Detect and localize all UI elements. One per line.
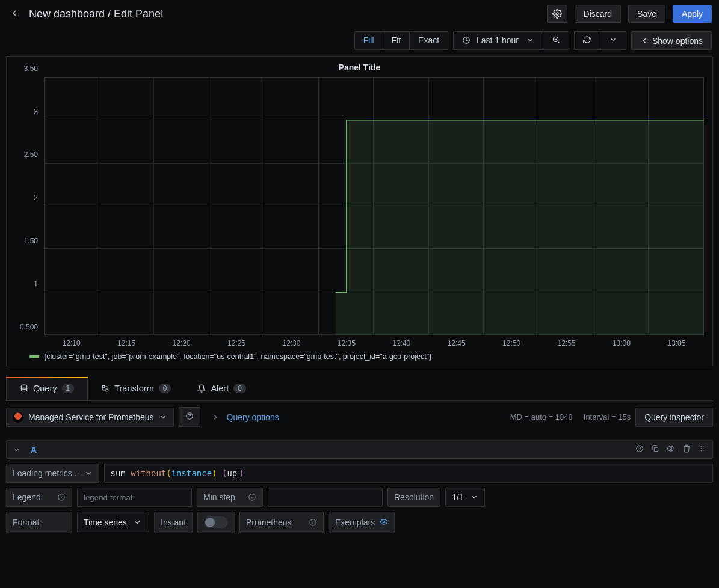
help-icon (185, 412, 194, 420)
panel-toolbar: Fill Fit Exact Last 1 hour Show options (0, 28, 719, 56)
tab-query[interactable]: Query 1 (6, 377, 88, 400)
exemplars-field-label: Exemplars (329, 512, 395, 533)
view-mode-group: Fill Fit Exact (354, 31, 448, 50)
tab-alert-count: 0 (233, 384, 246, 393)
panel-title: Panel Title (15, 63, 704, 72)
legend-label: {cluster="gmp-test", job="prom-example",… (44, 352, 431, 361)
query-copy-icon[interactable] (651, 444, 659, 455)
datasource-picker[interactable]: Managed Service for Prometheus (6, 408, 174, 427)
query-letter: A (28, 445, 39, 455)
minstep-input[interactable] (268, 488, 383, 507)
tab-query-label: Query (33, 384, 57, 393)
tab-transform-count: 0 (159, 384, 171, 393)
tab-alert[interactable]: Alert 0 (184, 377, 259, 400)
tab-transform[interactable]: Transform 0 (88, 377, 184, 400)
y-axis: 0.50011.5022.5033.50 (15, 77, 44, 335)
exemplars-eye-icon[interactable] (380, 518, 388, 528)
settings-button[interactable] (547, 5, 567, 23)
panel: Panel Title 0.50011.5022.5033.50 12:1012… (6, 56, 713, 366)
x-axis: 12:1012:1512:2012:2512:3012:3512:4012:45… (44, 335, 704, 348)
refresh-group (574, 31, 626, 50)
plot-area[interactable] (44, 77, 704, 335)
svg-point-7 (670, 447, 672, 450)
show-options-label: Show options (652, 36, 703, 46)
query-visibility-icon[interactable] (667, 444, 675, 455)
clock-icon (462, 36, 471, 44)
view-fit[interactable]: Fit (383, 31, 410, 50)
tab-transform-label: Transform (114, 384, 154, 393)
svg-point-8 (701, 446, 702, 447)
chevron-down-icon (526, 36, 534, 44)
editor-tabs: Query 1 Transform 0 Alert 0 (6, 377, 713, 401)
query-row: A Loading metrics... sum without(instanc… (6, 440, 713, 538)
minstep-field-label: Min step (197, 488, 263, 507)
breadcrumb: New dashboard / Edit Panel (29, 8, 540, 20)
query-inspector-button[interactable]: Query inspector (635, 408, 713, 427)
chevron-left-icon (640, 37, 649, 45)
info-icon (309, 518, 317, 527)
legend: {cluster="gmp-test", job="prom-example",… (15, 348, 704, 361)
instant-toggle[interactable] (204, 516, 228, 528)
legend-field-label: Legend (6, 488, 72, 507)
resolution-select[interactable]: 1/1 (445, 488, 484, 507)
time-range-label: Last 1 hour (477, 35, 519, 45)
refresh-interval-dropdown[interactable] (600, 31, 626, 50)
prometheus-icon (13, 412, 23, 423)
database-icon (20, 384, 28, 393)
query-delete-icon[interactable] (682, 444, 691, 455)
query-help-icon[interactable] (635, 444, 644, 455)
query-actions (635, 444, 706, 455)
md-text: MD = auto = 1048 (510, 412, 573, 421)
metrics-browser[interactable]: Loading metrics... (6, 464, 99, 483)
svg-point-10 (701, 448, 702, 449)
chevron-down-icon (159, 413, 167, 421)
time-range-picker[interactable]: Last 1 hour (453, 31, 543, 50)
format-select[interactable]: Time series (77, 512, 149, 533)
instant-toggle-wrap (197, 512, 235, 533)
info-icon (57, 493, 66, 501)
svg-point-17 (383, 521, 385, 523)
svg-point-0 (556, 13, 558, 15)
refresh-button[interactable] (574, 31, 600, 50)
save-button[interactable]: Save (628, 5, 665, 23)
top-bar: New dashboard / Edit Panel Discard Save … (0, 0, 719, 28)
query-options-label: Query options (227, 412, 279, 422)
back-arrow-icon[interactable] (7, 6, 22, 22)
svg-point-3 (21, 385, 26, 387)
svg-point-9 (703, 446, 703, 447)
zoom-out-button[interactable] (543, 31, 569, 50)
svg-rect-6 (654, 447, 658, 451)
query-options-toggle[interactable]: Query options (205, 412, 285, 422)
discard-button[interactable]: Discard (575, 5, 621, 23)
apply-button[interactable]: Apply (673, 5, 712, 23)
zoom-out-icon (552, 35, 560, 44)
prometheus-field-label: Prometheus (239, 512, 324, 533)
query-drag-icon[interactable] (698, 444, 706, 455)
chevron-down-icon (84, 469, 93, 477)
view-fill[interactable]: Fill (354, 31, 383, 50)
bell-icon (197, 384, 206, 393)
chevron-down-icon (609, 35, 617, 44)
tab-alert-label: Alert (211, 384, 229, 393)
interval-text: Interval = 15s (584, 412, 631, 421)
info-icon (248, 493, 256, 501)
chevron-down-icon (13, 446, 21, 454)
datasource-row: Managed Service for Prometheus Query opt… (0, 401, 719, 433)
metrics-placeholder: Loading metrics... (13, 468, 79, 478)
transform-icon (101, 384, 110, 393)
show-options-button[interactable]: Show options (631, 31, 712, 50)
chevron-down-icon (133, 518, 141, 527)
datasource-help-button[interactable] (179, 407, 200, 427)
query-header[interactable]: A (6, 440, 713, 459)
tab-query-count: 1 (62, 384, 75, 393)
chevron-right-icon (211, 413, 220, 421)
view-exact[interactable]: Exact (410, 31, 448, 50)
chevron-down-icon (470, 493, 478, 501)
datasource-name: Managed Service for Prometheus (28, 412, 154, 422)
legend-input[interactable] (77, 488, 192, 507)
chart: 0.50011.5022.5033.50 (15, 77, 704, 335)
svg-point-13 (703, 450, 703, 451)
gear-icon (552, 9, 562, 19)
format-field-label: Format (6, 512, 72, 533)
promql-input[interactable]: sum without(instance) (up) (104, 464, 714, 483)
